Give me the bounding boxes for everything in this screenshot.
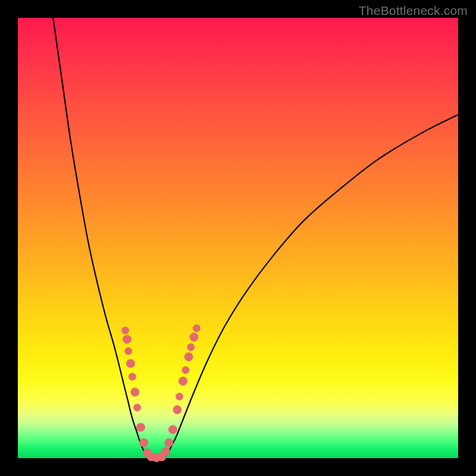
curve-right-branch <box>163 115 458 458</box>
data-marker <box>129 373 136 380</box>
outer-frame: TheBottleneck.com <box>0 0 476 476</box>
data-marker <box>173 406 181 414</box>
data-marker <box>134 404 141 411</box>
data-marker <box>131 388 139 396</box>
data-marker <box>168 425 177 434</box>
data-marker <box>136 423 145 431</box>
plot-area <box>18 18 458 458</box>
data-marker <box>162 447 170 456</box>
chart-svg <box>18 18 458 458</box>
data-marker <box>184 353 193 361</box>
watermark-text: TheBottleneck.com <box>359 4 468 18</box>
data-marker <box>122 327 129 334</box>
data-marker <box>179 377 187 386</box>
data-marker <box>123 335 131 343</box>
data-marker <box>187 344 195 351</box>
data-marker <box>182 367 189 374</box>
data-marker <box>126 359 134 368</box>
data-marker <box>140 439 148 447</box>
data-marker <box>165 439 173 447</box>
data-marker <box>125 347 132 355</box>
data-marker <box>193 325 200 332</box>
data-marker <box>190 333 198 342</box>
data-marker <box>176 393 183 400</box>
